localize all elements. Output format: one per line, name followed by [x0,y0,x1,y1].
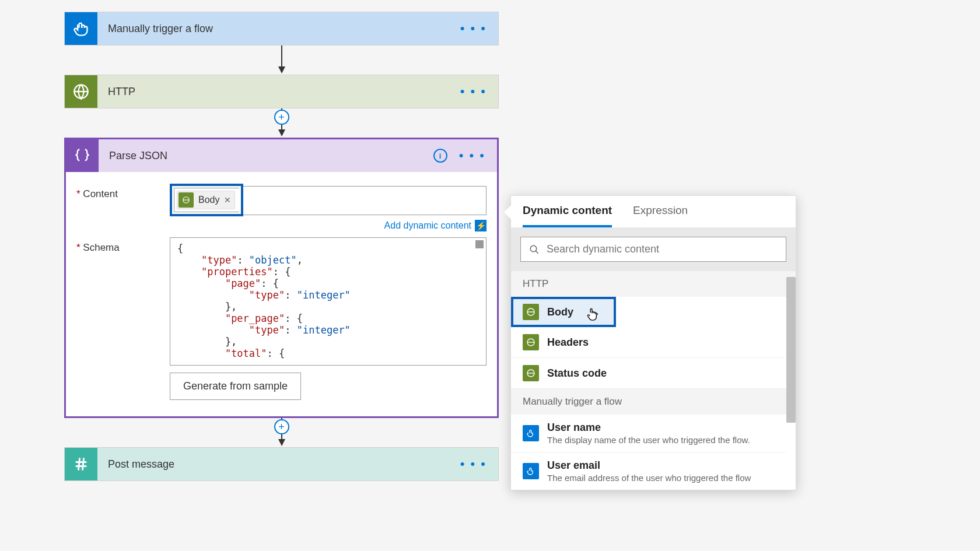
hash-icon [65,448,97,480]
dyn-item-user-email[interactable]: User email The email address of the user… [511,452,785,490]
dynamic-content-list: HTTP Body Headers Status code Manual [511,271,796,490]
search-input-wrap[interactable] [520,237,786,262]
dynamic-content-panel: Dynamic content Expression HTTP Body [510,195,796,490]
step-post-message[interactable]: Post message • • • [64,447,499,481]
schema-input[interactable]: { "type": "object", "properties": { "pag… [170,237,487,366]
step-parse-json[interactable]: Parse JSON i • • • [64,138,499,172]
svg-marker-10 [278,439,285,446]
more-icon[interactable]: • • • [459,148,485,163]
parse-json-body: * Content Body ✕ [64,172,499,418]
http-icon [523,365,539,381]
dyn-item-status-code[interactable]: Status code [511,358,785,389]
dyn-item-headers[interactable]: Headers [511,327,785,358]
schema-label: * Schema [76,237,170,400]
scroll-handle[interactable] [475,240,484,248]
tab-expression[interactable]: Expression [633,204,688,227]
svg-point-15 [530,245,537,252]
http-icon [523,334,539,350]
http-icon [523,304,539,320]
svg-line-16 [536,251,538,254]
code-braces-icon [66,139,99,172]
dyn-item-body[interactable]: Body [511,297,616,327]
scrollbar[interactable] [786,277,796,423]
add-step-button[interactable]: + [274,110,289,125]
flash-icon: ⚡ [475,220,487,231]
search-icon [529,244,540,255]
content-input-token-zone[interactable]: Body ✕ [174,188,239,212]
step-title: Manually trigger a flow [97,23,460,35]
section-header-http: HTTP [511,271,796,297]
http-token-icon [178,192,194,208]
flow-arrow: + [64,418,499,447]
add-dynamic-content-link[interactable]: Add dynamic content ⚡ [170,220,487,231]
step-title: HTTP [97,86,460,98]
flow-arrow [64,45,499,75]
add-step-button[interactable]: + [274,419,289,434]
svg-line-14 [82,458,83,471]
step-http[interactable]: HTTP • • • [64,75,499,108]
generate-from-sample-button[interactable]: Generate from sample [170,373,301,400]
body-token[interactable]: Body ✕ [177,191,235,209]
highlight-annotation: Body ✕ [170,184,243,216]
panel-tabs: Dynamic content Expression [511,196,796,227]
svg-marker-1 [278,66,285,73]
touch-icon [523,463,539,479]
more-icon[interactable]: • • • [460,21,487,36]
svg-line-13 [78,458,79,471]
touch-icon [65,12,97,45]
touch-icon [523,425,539,441]
step-title: Post message [97,458,460,471]
globe-icon [65,75,97,108]
remove-token-icon[interactable]: ✕ [224,195,231,205]
step-manual-trigger[interactable]: Manually trigger a flow • • • [64,12,499,45]
flow-arrow: + [64,108,499,138]
cursor-pointer-icon [586,307,598,322]
more-icon[interactable]: • • • [460,84,487,99]
section-header-manual: Manually trigger a flow [511,389,796,415]
tab-dynamic-content[interactable]: Dynamic content [523,204,612,227]
svg-marker-6 [278,129,285,136]
info-icon[interactable]: i [433,149,447,163]
search-input[interactable] [547,243,778,255]
content-input[interactable] [243,186,487,215]
content-label: * Content [76,184,170,231]
dyn-item-user-name[interactable]: User name The display name of the user w… [511,415,785,452]
step-title: Parse JSON [99,150,433,162]
more-icon[interactable]: • • • [460,457,487,472]
